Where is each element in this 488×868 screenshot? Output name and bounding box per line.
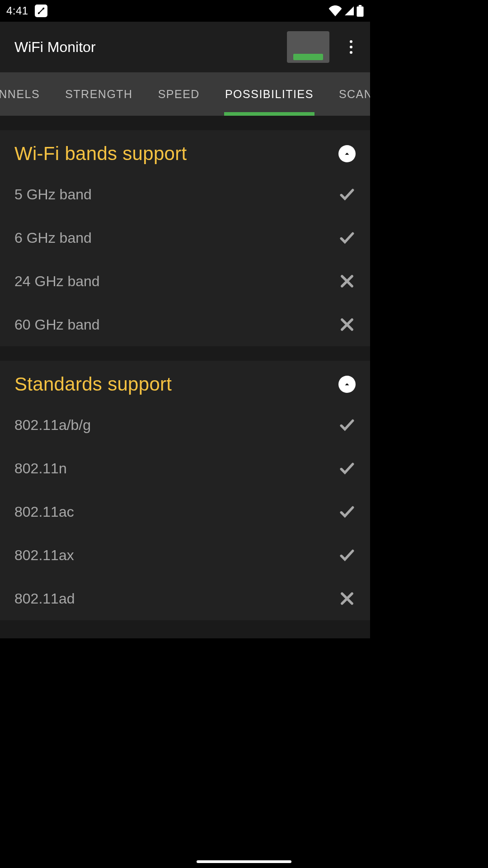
check-icon [338,416,356,434]
list-item: 6 GHz band [0,216,370,259]
signal-strength-widget[interactable] [287,31,329,63]
dot-icon [350,51,352,54]
row-label: 24 GHz band [14,273,100,290]
list-item: 5 GHz band [0,173,370,216]
status-left: 4:41 [6,5,47,17]
list-item: 802.11ac [0,490,370,533]
row-label: 802.11ad [14,590,75,607]
tab-strength[interactable]: STRENGTH [52,72,145,116]
close-icon [338,590,356,607]
svg-rect-2 [357,6,363,17]
check-icon [338,547,356,564]
row-label: 6 GHz band [14,230,92,246]
signal-bar-icon [293,54,323,60]
close-icon [338,273,356,290]
svg-rect-3 [359,5,362,6]
status-bar: 4:41 [0,0,370,22]
tab-channels[interactable]: CHANNELS [0,72,52,116]
section-title: Standards support [14,373,172,395]
section-header[interactable]: Wi-Fi bands support [0,130,370,173]
section-gap [0,116,370,130]
svg-point-1 [42,8,44,9]
tab-possibilities[interactable]: POSSIBILITIES [212,72,326,116]
row-label: 802.11ax [14,547,74,564]
section-gap [0,346,370,361]
check-icon [338,229,356,246]
chevron-up-icon[interactable] [338,145,356,162]
list-item: 802.11n [0,447,370,490]
check-icon [338,186,356,203]
dot-icon [350,40,352,43]
more-options-button[interactable] [340,36,362,58]
wifi-monitor-notification-icon [35,5,47,17]
row-label: 802.11a/b/g [14,417,91,434]
app-bar: WiFi Monitor [0,22,370,72]
check-icon [338,503,356,520]
app-title: WiFi Monitor [14,39,96,56]
section-header[interactable]: Standards support [0,361,370,403]
tab-bar[interactable]: CHANNELSSTRENGTHSPEEDPOSSIBILITIESSCAN [0,72,370,116]
chevron-up-icon[interactable] [338,376,356,393]
content-scroll[interactable]: Wi-Fi bands support5 GHz band6 GHz band2… [0,116,370,638]
tab-speed[interactable]: SPEED [145,72,212,116]
row-label: 802.11n [14,460,67,477]
wifi-icon [328,5,342,16]
tab-scan[interactable]: SCAN [326,72,370,116]
list-item: 60 GHz band [0,303,370,346]
dot-icon [350,46,352,48]
check-icon [338,460,356,477]
close-icon [338,316,356,333]
status-right [328,5,364,17]
list-item: 802.11ax [0,533,370,577]
cellular-icon [344,5,355,16]
app-bar-actions [287,31,362,63]
row-label: 802.11ac [14,504,74,520]
battery-icon [357,5,364,17]
list-item: 802.11a/b/g [0,403,370,447]
status-time: 4:41 [6,5,28,17]
section-1: Standards support802.11a/b/g802.11n802.1… [0,361,370,620]
section-title: Wi-Fi bands support [14,143,187,165]
svg-point-0 [38,12,40,14]
row-label: 60 GHz band [14,316,100,333]
list-item: 802.11ad [0,577,370,620]
row-label: 5 GHz band [14,186,92,203]
section-0: Wi-Fi bands support5 GHz band6 GHz band2… [0,130,370,346]
list-item: 24 GHz band [0,259,370,303]
